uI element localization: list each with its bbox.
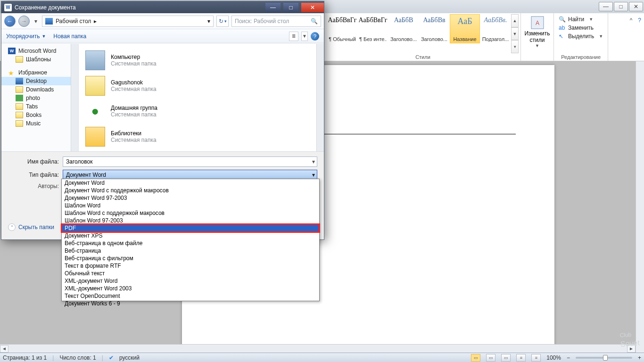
styles-gallery-scroll[interactable]: ▲▼▾: [511, 14, 519, 53]
replace-button[interactable]: abЗаменить: [559, 24, 603, 32]
dialog-help-button[interactable]: ?: [311, 32, 319, 41]
status-page[interactable]: Страница: 1 из 1: [3, 354, 47, 361]
chevron-down-icon[interactable]: ▾: [312, 158, 315, 165]
dialog-maximize-button[interactable]: □: [283, 3, 298, 12]
hscroll-left[interactable]: ◄: [0, 345, 8, 353]
view-draft[interactable]: ≡: [531, 354, 541, 362]
view-web[interactable]: ▭: [501, 354, 511, 362]
new-folder-button[interactable]: Новая папка: [53, 33, 86, 40]
dialog-minimize-button[interactable]: —: [265, 3, 281, 12]
tree-templates[interactable]: Шаблоны: [1, 55, 78, 64]
style-heading2[interactable]: АаБбВвЗаголово...: [419, 14, 449, 43]
filetype-option[interactable]: Документ XPS: [62, 232, 319, 239]
item-homegroup[interactable]: Домашняя группаСистемная папка: [83, 99, 320, 124]
style-title[interactable]: АаБНазвание: [450, 14, 480, 43]
status-wordcount[interactable]: Число слов: 1: [59, 354, 96, 361]
zoom-in[interactable]: +: [638, 354, 641, 361]
status-language[interactable]: русский: [119, 354, 140, 361]
tree-tabs[interactable]: Tabs: [1, 102, 78, 111]
filetype-option[interactable]: Веб-страница с фильтром: [62, 255, 319, 262]
horizontal-scrollbar[interactable]: ◄ ►: [0, 344, 636, 353]
tree-msword[interactable]: WMicrosoft Word: [1, 47, 78, 55]
style-subtitle[interactable]: АаБбВв.Подзагол...: [480, 14, 511, 43]
breadcrumb-arrow-icon[interactable]: ▸: [94, 18, 97, 25]
view-fullscreen[interactable]: ▭: [486, 354, 495, 362]
zoom-slider[interactable]: [576, 357, 632, 359]
nav-history-dropdown[interactable]: ▾: [33, 16, 39, 27]
window-close-button[interactable]: ✕: [629, 2, 643, 11]
filetype-option[interactable]: Документ Word с поддержкой макросов: [62, 187, 319, 194]
word-icon: W: [8, 48, 16, 54]
filetype-option[interactable]: Документ Word: [62, 179, 319, 187]
folder-icon: [16, 86, 23, 93]
filetype-option[interactable]: Веб-страница в одном файле: [62, 239, 319, 247]
organize-button[interactable]: Упорядочить ▼: [6, 33, 46, 40]
word-icon: W: [4, 4, 12, 11]
view-outline[interactable]: ≡: [516, 354, 526, 362]
user-folder-icon: [85, 76, 105, 96]
filetype-option[interactable]: Веб-страница: [62, 247, 319, 255]
style-heading1[interactable]: АаБбВЗаголово...: [388, 14, 419, 43]
folder-icon: [16, 120, 23, 127]
find-button[interactable]: 🔍Найти▼: [559, 15, 603, 24]
vertical-scrollbar[interactable]: [636, 61, 644, 353]
filetype-option[interactable]: Шаблон Word с поддержкой макросов: [62, 209, 319, 217]
nav-back-button[interactable]: ←: [4, 16, 16, 27]
filetype-option[interactable]: Шаблон Word 97-2003: [62, 217, 319, 224]
window-maximize-button[interactable]: □: [614, 2, 628, 11]
filetype-option-pdf[interactable]: PDF: [62, 224, 319, 232]
ribbon-help-button[interactable]: ?: [638, 17, 641, 24]
style-no-spacing[interactable]: АаБбВвГг¶ Без инте...: [358, 14, 388, 43]
item-computer[interactable]: КомпьютерСистемная папка: [83, 48, 320, 73]
filetype-label: Тип файла:: [8, 172, 59, 178]
view-print-layout[interactable]: ▭: [471, 354, 480, 362]
contents-scrollbar[interactable]: [316, 44, 324, 151]
filetype-option[interactable]: Шаблон Word: [62, 202, 319, 209]
chevron-down-icon[interactable]: ▾: [312, 172, 315, 178]
filetype-option[interactable]: XML-документ Word 2003: [62, 285, 319, 292]
style-normal[interactable]: АаБбВвГг¶ Обычный: [327, 14, 357, 43]
filetype-option[interactable]: Текст в формате RTF: [62, 262, 319, 270]
filetype-option[interactable]: Обычный текст: [62, 270, 319, 277]
change-styles-label: Изменить стили: [524, 30, 550, 43]
search-input[interactable]: Поиск: Рабочий стол 🔍: [231, 16, 321, 27]
zoom-out[interactable]: −: [567, 354, 570, 361]
address-breadcrumb[interactable]: Рабочий стол ▸ ▾: [42, 16, 214, 27]
select-button[interactable]: ↖Выделить▼: [559, 32, 603, 41]
tree-books[interactable]: Books: [1, 111, 78, 119]
proofing-icon[interactable]: ✔: [109, 354, 114, 361]
filetype-option[interactable]: Документ Word 97-2003: [62, 194, 319, 202]
status-bar: Страница: 1 из 1 | Число слов: 1 | ✔ рус…: [0, 353, 644, 362]
folder-icon: [16, 95, 23, 101]
nav-forward-button[interactable]: →: [18, 16, 30, 27]
item-libraries[interactable]: БиблиотекиСистемная папка: [83, 124, 320, 149]
zoom-level[interactable]: 100%: [546, 354, 561, 361]
change-styles-icon: A: [530, 15, 545, 30]
dialog-close-button[interactable]: ✕: [301, 3, 324, 12]
filename-input[interactable]: Заголовок▾: [63, 156, 317, 167]
tree-desktop[interactable]: Desktop: [1, 77, 78, 85]
tree-favorites[interactable]: ★Избранное: [1, 68, 78, 77]
search-placeholder: Поиск: Рабочий стол: [235, 18, 289, 25]
tree-scrollbar[interactable]: [71, 44, 78, 151]
filetype-option[interactable]: Документ Works 6 - 9: [62, 300, 319, 307]
view-mode-dropdown[interactable]: ▼: [301, 32, 308, 41]
breadcrumb-dropdown-icon[interactable]: ▾: [207, 18, 210, 25]
dialog-titlebar[interactable]: W Сохранение документа — □ ✕: [1, 1, 324, 13]
window-minimize-button[interactable]: —: [599, 2, 613, 11]
refresh-button[interactable]: ↻▾: [216, 16, 229, 27]
star-icon: ★: [8, 69, 16, 76]
chevron-up-icon: ˄: [8, 223, 16, 231]
folder-icon: [16, 56, 23, 63]
hide-folders-button[interactable]: ˄ Скрыть папки: [8, 223, 54, 231]
tree-downloads[interactable]: Downloads: [1, 85, 78, 94]
view-mode-button[interactable]: ≣: [289, 32, 298, 41]
change-styles-group[interactable]: A Изменить стили ▼: [521, 13, 554, 61]
item-user-folder[interactable]: GagushonokСистемная папка: [83, 73, 320, 99]
editing-group-label: Редактирование: [554, 54, 608, 60]
ribbon-collapse-button[interactable]: ^: [630, 17, 633, 24]
filetype-option[interactable]: XML-документ Word: [62, 277, 319, 285]
tree-music[interactable]: Music: [1, 119, 78, 128]
filetype-option[interactable]: Текст OpenDocument: [62, 292, 319, 300]
tree-photo[interactable]: photo: [1, 94, 78, 102]
